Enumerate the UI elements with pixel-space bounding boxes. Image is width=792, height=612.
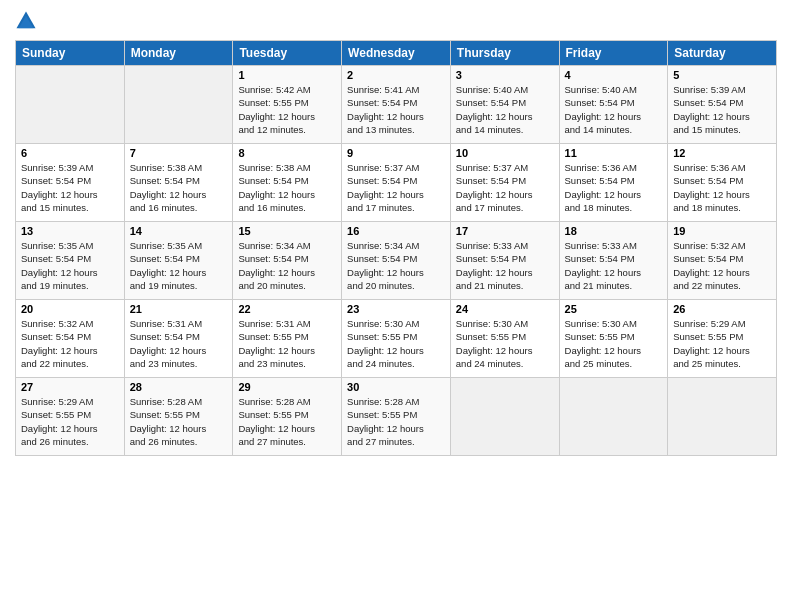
- day-header-wednesday: Wednesday: [342, 41, 451, 66]
- day-number: 3: [456, 69, 554, 81]
- day-info: Sunrise: 5:31 AMSunset: 5:55 PMDaylight:…: [238, 317, 336, 370]
- week-row-3: 20Sunrise: 5:32 AMSunset: 5:54 PMDayligh…: [16, 300, 777, 378]
- day-info: Sunrise: 5:32 AMSunset: 5:54 PMDaylight:…: [21, 317, 119, 370]
- day-info-line: Sunset: 5:54 PM: [130, 175, 200, 186]
- calendar-cell: [124, 66, 233, 144]
- day-info-line: Sunrise: 5:39 AM: [21, 162, 93, 173]
- day-number: 26: [673, 303, 771, 315]
- day-number: 27: [21, 381, 119, 393]
- day-info-line: Sunrise: 5:34 AM: [238, 240, 310, 251]
- day-info-line: Daylight: 12 hours: [238, 267, 315, 278]
- day-info-line: and 19 minutes.: [130, 280, 198, 291]
- calendar-cell: 23Sunrise: 5:30 AMSunset: 5:55 PMDayligh…: [342, 300, 451, 378]
- calendar-cell: 5Sunrise: 5:39 AMSunset: 5:54 PMDaylight…: [668, 66, 777, 144]
- calendar-cell: [450, 378, 559, 456]
- day-info-line: Daylight: 12 hours: [673, 267, 750, 278]
- day-header-monday: Monday: [124, 41, 233, 66]
- calendar-cell: 11Sunrise: 5:36 AMSunset: 5:54 PMDayligh…: [559, 144, 668, 222]
- day-info-line: Sunrise: 5:30 AM: [565, 318, 637, 329]
- calendar-cell: 2Sunrise: 5:41 AMSunset: 5:54 PMDaylight…: [342, 66, 451, 144]
- day-info-line: and 21 minutes.: [565, 280, 633, 291]
- calendar-cell: 10Sunrise: 5:37 AMSunset: 5:54 PMDayligh…: [450, 144, 559, 222]
- day-info-line: Sunrise: 5:41 AM: [347, 84, 419, 95]
- day-info-line: and 19 minutes.: [21, 280, 89, 291]
- day-info-line: Sunset: 5:54 PM: [238, 175, 308, 186]
- day-info-line: Sunrise: 5:31 AM: [130, 318, 202, 329]
- day-info-line: and 16 minutes.: [238, 202, 306, 213]
- calendar-cell: 22Sunrise: 5:31 AMSunset: 5:55 PMDayligh…: [233, 300, 342, 378]
- day-info-line: Daylight: 12 hours: [238, 345, 315, 356]
- day-info: Sunrise: 5:28 AMSunset: 5:55 PMDaylight:…: [130, 395, 228, 448]
- calendar-cell: [668, 378, 777, 456]
- day-info-line: Sunset: 5:54 PM: [347, 97, 417, 108]
- day-number: 25: [565, 303, 663, 315]
- day-info: Sunrise: 5:35 AMSunset: 5:54 PMDaylight:…: [21, 239, 119, 292]
- day-info-line: Sunset: 5:55 PM: [456, 331, 526, 342]
- day-info-line: and 26 minutes.: [21, 436, 89, 447]
- day-info-line: Sunrise: 5:42 AM: [238, 84, 310, 95]
- day-info-line: Daylight: 12 hours: [673, 189, 750, 200]
- calendar-cell: 14Sunrise: 5:35 AMSunset: 5:54 PMDayligh…: [124, 222, 233, 300]
- day-info: Sunrise: 5:32 AMSunset: 5:54 PMDaylight:…: [673, 239, 771, 292]
- day-number: 17: [456, 225, 554, 237]
- day-info-line: Sunset: 5:54 PM: [130, 253, 200, 264]
- day-info-line: Daylight: 12 hours: [347, 189, 424, 200]
- day-number: 22: [238, 303, 336, 315]
- day-info-line: Sunrise: 5:37 AM: [456, 162, 528, 173]
- day-number: 5: [673, 69, 771, 81]
- day-info-line: Sunrise: 5:29 AM: [21, 396, 93, 407]
- day-info-line: and 22 minutes.: [21, 358, 89, 369]
- calendar-cell: 6Sunrise: 5:39 AMSunset: 5:54 PMDaylight…: [16, 144, 125, 222]
- day-number: 7: [130, 147, 228, 159]
- day-info-line: and 17 minutes.: [456, 202, 524, 213]
- calendar-cell: 27Sunrise: 5:29 AMSunset: 5:55 PMDayligh…: [16, 378, 125, 456]
- week-row-1: 6Sunrise: 5:39 AMSunset: 5:54 PMDaylight…: [16, 144, 777, 222]
- day-info: Sunrise: 5:34 AMSunset: 5:54 PMDaylight:…: [238, 239, 336, 292]
- day-info: Sunrise: 5:31 AMSunset: 5:54 PMDaylight:…: [130, 317, 228, 370]
- day-info-line: and 14 minutes.: [456, 124, 524, 135]
- day-info-line: Sunset: 5:55 PM: [347, 331, 417, 342]
- calendar-cell: 25Sunrise: 5:30 AMSunset: 5:55 PMDayligh…: [559, 300, 668, 378]
- calendar-cell: 17Sunrise: 5:33 AMSunset: 5:54 PMDayligh…: [450, 222, 559, 300]
- day-info-line: and 20 minutes.: [238, 280, 306, 291]
- day-info-line: Daylight: 12 hours: [238, 111, 315, 122]
- calendar-cell: 18Sunrise: 5:33 AMSunset: 5:54 PMDayligh…: [559, 222, 668, 300]
- day-info-line: Daylight: 12 hours: [565, 345, 642, 356]
- day-number: 23: [347, 303, 445, 315]
- day-header-sunday: Sunday: [16, 41, 125, 66]
- calendar-cell: 3Sunrise: 5:40 AMSunset: 5:54 PMDaylight…: [450, 66, 559, 144]
- calendar-cell: 26Sunrise: 5:29 AMSunset: 5:55 PMDayligh…: [668, 300, 777, 378]
- day-info-line: Sunset: 5:55 PM: [238, 409, 308, 420]
- day-header-tuesday: Tuesday: [233, 41, 342, 66]
- day-number: 19: [673, 225, 771, 237]
- day-info-line: Sunrise: 5:31 AM: [238, 318, 310, 329]
- day-info-line: Daylight: 12 hours: [21, 189, 98, 200]
- day-number: 28: [130, 381, 228, 393]
- day-info-line: and 21 minutes.: [456, 280, 524, 291]
- day-info: Sunrise: 5:29 AMSunset: 5:55 PMDaylight:…: [673, 317, 771, 370]
- day-info-line: and 25 minutes.: [673, 358, 741, 369]
- day-info-line: Sunset: 5:55 PM: [347, 409, 417, 420]
- day-info-line: and 17 minutes.: [347, 202, 415, 213]
- day-info: Sunrise: 5:38 AMSunset: 5:54 PMDaylight:…: [130, 161, 228, 214]
- day-info-line: and 24 minutes.: [347, 358, 415, 369]
- day-info-line: Sunrise: 5:28 AM: [238, 396, 310, 407]
- calendar-cell: 24Sunrise: 5:30 AMSunset: 5:55 PMDayligh…: [450, 300, 559, 378]
- day-info-line: and 20 minutes.: [347, 280, 415, 291]
- day-info-line: Daylight: 12 hours: [673, 345, 750, 356]
- day-info: Sunrise: 5:40 AMSunset: 5:54 PMDaylight:…: [565, 83, 663, 136]
- day-info-line: Sunrise: 5:35 AM: [130, 240, 202, 251]
- day-info-line: and 14 minutes.: [565, 124, 633, 135]
- day-number: 6: [21, 147, 119, 159]
- day-info-line: Daylight: 12 hours: [347, 267, 424, 278]
- page: SundayMondayTuesdayWednesdayThursdayFrid…: [0, 0, 792, 612]
- day-info-line: Daylight: 12 hours: [130, 267, 207, 278]
- day-info-line: Daylight: 12 hours: [673, 111, 750, 122]
- day-info-line: Sunset: 5:54 PM: [130, 331, 200, 342]
- day-info: Sunrise: 5:35 AMSunset: 5:54 PMDaylight:…: [130, 239, 228, 292]
- calendar-cell: 7Sunrise: 5:38 AMSunset: 5:54 PMDaylight…: [124, 144, 233, 222]
- day-number: 29: [238, 381, 336, 393]
- day-info: Sunrise: 5:39 AMSunset: 5:54 PMDaylight:…: [673, 83, 771, 136]
- day-info-line: Daylight: 12 hours: [456, 189, 533, 200]
- day-info-line: Sunset: 5:54 PM: [21, 331, 91, 342]
